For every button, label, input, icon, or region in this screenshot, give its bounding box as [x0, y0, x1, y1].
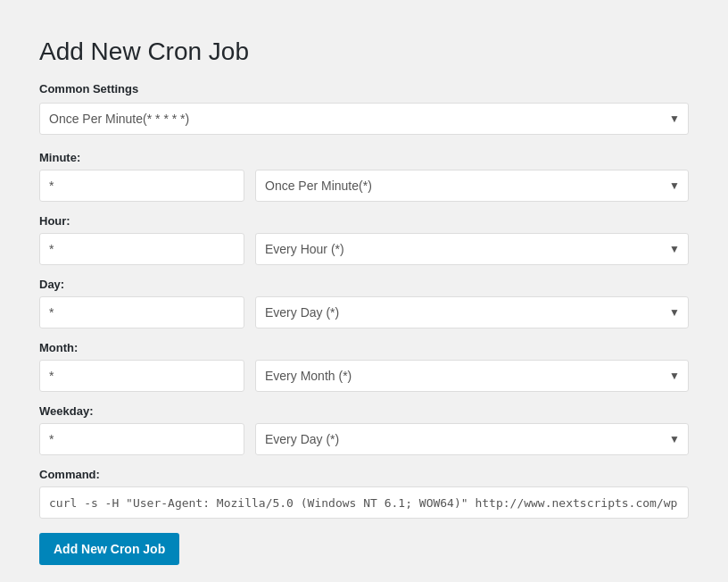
day-field-inline: Every Day (*) ▼: [39, 296, 689, 328]
month-select[interactable]: Every Month (*): [255, 360, 689, 392]
main-container: Add New Cron Job Common Settings Once Pe…: [18, 18, 710, 582]
minute-select[interactable]: Once Per Minute(*): [255, 170, 689, 202]
hour-field-inline: Every Hour (*) ▼: [39, 233, 689, 265]
hour-row: Hour: Every Hour (*) ▼: [39, 214, 689, 265]
month-field-inline: Every Month (*) ▼: [39, 360, 689, 392]
minute-input[interactable]: [39, 170, 244, 202]
month-row: Month: Every Month (*) ▼: [39, 341, 689, 392]
month-select-wrapper: Every Month (*) ▼: [255, 360, 689, 392]
weekday-select-wrapper: Every Day (*) ▼: [255, 423, 689, 455]
common-settings-label: Common Settings: [39, 82, 689, 96]
command-label: Command:: [39, 468, 689, 481]
weekday-field-inline: Every Day (*) ▼: [39, 423, 689, 455]
weekday-row: Weekday: Every Day (*) ▼: [39, 404, 689, 455]
hour-input[interactable]: [39, 233, 244, 265]
hour-label: Hour:: [39, 214, 689, 228]
command-input[interactable]: [39, 486, 689, 519]
common-settings-section: Common Settings Once Per Minute(* * * * …: [39, 82, 689, 135]
minute-label: Minute:: [39, 151, 689, 164]
day-label: Day:: [39, 278, 689, 291]
day-row: Day: Every Day (*) ▼: [39, 278, 689, 328]
day-select-wrapper: Every Day (*) ▼: [255, 296, 689, 328]
minute-field-inline: Once Per Minute(*) ▼: [39, 170, 689, 202]
common-settings-select[interactable]: Once Per Minute(* * * * *): [39, 103, 689, 135]
minute-row: Minute: Once Per Minute(*) ▼: [39, 151, 689, 202]
month-input[interactable]: [39, 360, 244, 392]
hour-select[interactable]: Every Hour (*): [255, 233, 689, 265]
minute-select-wrapper: Once Per Minute(*) ▼: [255, 170, 689, 202]
weekday-select[interactable]: Every Day (*): [255, 423, 689, 455]
month-label: Month:: [39, 341, 689, 354]
weekday-input[interactable]: [39, 423, 244, 455]
weekday-label: Weekday:: [39, 404, 689, 418]
hour-select-wrapper: Every Hour (*) ▼: [255, 233, 689, 265]
day-input[interactable]: [39, 296, 244, 328]
day-select[interactable]: Every Day (*): [255, 296, 689, 328]
common-settings-select-wrapper: Once Per Minute(* * * * *) ▼: [39, 103, 689, 135]
command-section: Command:: [39, 468, 689, 519]
add-cron-job-button[interactable]: Add New Cron Job: [39, 533, 179, 565]
page-title: Add New Cron Job: [39, 36, 689, 68]
